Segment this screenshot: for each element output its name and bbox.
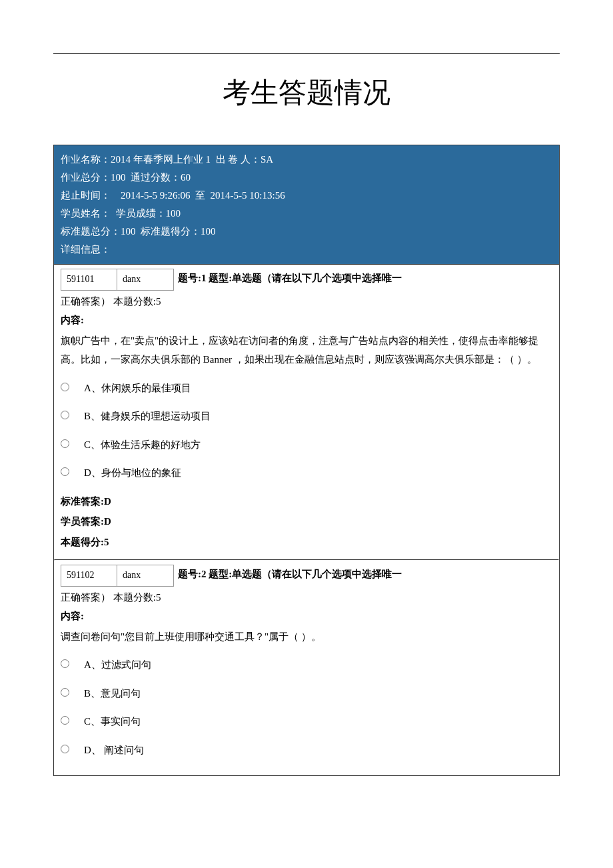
option-row: D、身份与地位的象征	[61, 463, 552, 483]
option-row: B、意见问句	[61, 684, 552, 703]
option-c-radio[interactable]	[61, 439, 69, 448]
question-block-1: 591101 danx 题号:1 题型:单选题（请在以下几个选项中选择唯一 正确…	[54, 265, 559, 559]
header-line-6: 详细信息：	[61, 241, 552, 259]
option-row: A、休闲娱乐的最佳项目	[61, 379, 552, 398]
score-earned: 本题得分:5	[61, 533, 552, 552]
option-a-text: A、休闲娱乐的最佳项目	[84, 379, 191, 398]
question-meta-label-2: 正确答案） 本题分数:5	[61, 588, 552, 607]
option-c-text: C、事实问句	[84, 712, 141, 731]
header-line-5: 标准题总分：100 标准题得分：100	[61, 223, 552, 241]
option-c-radio[interactable]	[61, 716, 69, 725]
standard-answer: 标准答案:D	[61, 492, 552, 511]
student-answer: 学员答案:D	[61, 512, 552, 531]
question-meta-2: 591102 danx 题号:2 题型:单选题（请在以下几个选项中选择唯一	[61, 565, 552, 587]
option-row: A、过滤式问句	[61, 655, 552, 675]
option-c-text: C、体验生活乐趣的好地方	[84, 435, 201, 455]
option-a-radio[interactable]	[61, 383, 69, 391]
header-line-2: 作业总分：100 通过分数：60	[61, 169, 552, 187]
question-code: danx	[117, 269, 174, 291]
page-title: 考生答题情况	[53, 74, 560, 111]
assignment-header: 作业名称：2014 年春季网上作业 1 出 卷 人：SA 作业总分：100 通过…	[54, 145, 559, 265]
option-row: C、事实问句	[61, 712, 552, 731]
option-d-radio[interactable]	[61, 745, 69, 753]
option-b-text: B、意见问句	[84, 684, 141, 703]
main-box: 作业名称：2014 年春季网上作业 1 出 卷 人：SA 作业总分：100 通过…	[53, 145, 560, 776]
question-meta-label: 题号:1 题型:单选题（请在以下几个选项中选择唯一	[178, 269, 552, 288]
option-a-text: A、过滤式问句	[84, 655, 151, 675]
question-text: 旗帜广告中，在"卖点"的设计上，应该站在访问者的角度，注意与广告站点内容的相关性…	[61, 331, 552, 369]
header-line-3: 起止时间： 2014-5-5 9:26:06 至 2014-5-5 10:13:…	[61, 187, 552, 205]
option-row: B、健身娱乐的理想运动项目	[61, 407, 552, 426]
content-label: 内容:	[61, 607, 552, 626]
content-label: 内容:	[61, 311, 552, 330]
question-id: 591101	[61, 269, 117, 291]
question-text: 调查问卷问句"您目前上班使用哪种交通工具？"属于（ ）。	[61, 627, 552, 647]
option-b-radio[interactable]	[61, 688, 69, 697]
option-b-text: B、健身娱乐的理想运动项目	[84, 407, 211, 426]
top-rule	[53, 53, 560, 54]
option-row: D、 阐述问句	[61, 741, 552, 760]
question-meta-label: 题号:2 题型:单选题（请在以下几个选项中选择唯一	[178, 565, 552, 584]
question-meta-1: 591101 danx 题号:1 题型:单选题（请在以下几个选项中选择唯一	[61, 269, 552, 291]
header-line-1: 作业名称：2014 年春季网上作业 1 出 卷 人：SA	[61, 151, 552, 169]
question-id: 591102	[61, 565, 117, 587]
question-block-2: 591102 danx 题号:2 题型:单选题（请在以下几个选项中选择唯一 正确…	[54, 561, 559, 775]
option-d-text: D、 阐述问句	[84, 741, 144, 760]
header-line-4: 学员姓名： 学员成绩：100	[61, 205, 552, 223]
option-d-text: D、身份与地位的象征	[84, 463, 181, 483]
option-d-radio[interactable]	[61, 467, 69, 476]
option-b-radio[interactable]	[61, 411, 69, 419]
option-a-radio[interactable]	[61, 659, 69, 668]
answers-block: 标准答案:D 学员答案:D 本题得分:5	[61, 492, 552, 552]
question-code: danx	[117, 565, 174, 587]
question-meta-label-2: 正确答案） 本题分数:5	[61, 292, 552, 311]
option-row: C、体验生活乐趣的好地方	[61, 435, 552, 455]
